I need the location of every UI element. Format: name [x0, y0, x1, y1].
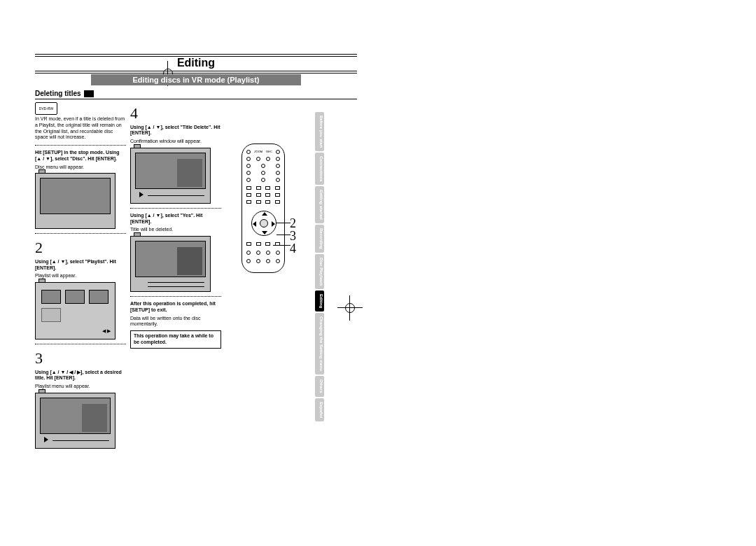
step3-result: Playlist menu will appear.	[35, 384, 126, 390]
side-tab[interactable]: Getting started	[315, 186, 324, 223]
divider	[35, 233, 126, 234]
side-tab[interactable]: Recording	[315, 225, 324, 253]
intro-text: In VR mode, even if a title is deleted f…	[35, 116, 126, 141]
dvd-rw-logo-icon: DVD-RW	[35, 102, 57, 115]
screenshot-confirm	[130, 148, 211, 204]
warning-note: This operation may take a while to be co…	[130, 330, 221, 349]
step2-result: Playlist will appear.	[35, 273, 126, 279]
callout-number: 3	[290, 230, 296, 242]
step4-result: Confirmation window will appear.	[130, 139, 221, 145]
divider	[130, 296, 221, 297]
manual-page: Editing Editing discs in VR mode (Playli…	[35, 56, 357, 511]
side-tab[interactable]: Español	[315, 398, 324, 421]
divider	[35, 145, 126, 146]
divider	[130, 208, 221, 209]
page-subtitle: Editing discs in VR mode (Playlist)	[91, 74, 301, 85]
side-tab[interactable]: Disc Playback	[315, 254, 324, 289]
screenshot-playlist: ◀ ▶	[35, 282, 115, 340]
side-tab-active[interactable]: Editing	[315, 290, 324, 312]
step1-result: Disc menu will appear.	[35, 164, 126, 171]
section-title: Deleting titles	[35, 90, 81, 97]
step2-instruction: Using [▲ / ▼], select "Playlist". Hit [E…	[35, 259, 126, 272]
step3-instruction: Using [▲ / ▼ / ◀ / ▶], select a desired …	[35, 370, 126, 382]
page-title: Editing	[35, 56, 357, 71]
vr-mode-icon	[84, 90, 94, 97]
after-result: Data will be written onto the disc momen…	[130, 316, 221, 328]
remote-illustration: ZOOMREC	[241, 144, 285, 273]
side-tab-bar: Before you start Connections Getting sta…	[315, 112, 354, 423]
side-tab[interactable]: Before you start	[315, 112, 324, 151]
step-number: 4	[130, 104, 221, 123]
callout-number: 4	[290, 242, 296, 255]
screenshot-disc-menu	[35, 173, 115, 229]
divider	[35, 344, 126, 344]
after-instruction: After this operation is completed, hit […	[130, 301, 221, 314]
step-number: 2	[35, 238, 126, 258]
dpad-icon	[251, 211, 276, 236]
side-tab[interactable]: Changing the Setting menu	[315, 313, 324, 374]
callout-number: 2	[290, 217, 296, 230]
nav-arrows-icon: ◀ ▶	[102, 328, 111, 335]
screenshot-deleted	[130, 236, 211, 292]
step-number: 3	[35, 349, 126, 368]
side-tab[interactable]: Connections	[315, 153, 324, 185]
remote-callouts: 2 3 4	[290, 217, 296, 255]
step1-instruction: Hit [SETUP] in the stop mode. Using [▲ /…	[35, 150, 126, 162]
column-middle: 4 Using [▲ / ▼], select "Title Delete". …	[130, 102, 221, 451]
step4-instruction: Using [▲ / ▼], select "Title Delete". Hi…	[130, 125, 221, 137]
screenshot-playlist-menu	[35, 393, 115, 449]
column-left: DVD-RW In VR mode, even if a title is de…	[35, 102, 126, 451]
step5-instruction: Using [▲ / ▼], select "Yes". Hit [ENTER]…	[130, 213, 221, 225]
section-heading: Deleting titles	[35, 90, 357, 99]
step5-result: Title will be deleted.	[130, 227, 221, 233]
side-tab[interactable]: Others	[315, 376, 324, 396]
